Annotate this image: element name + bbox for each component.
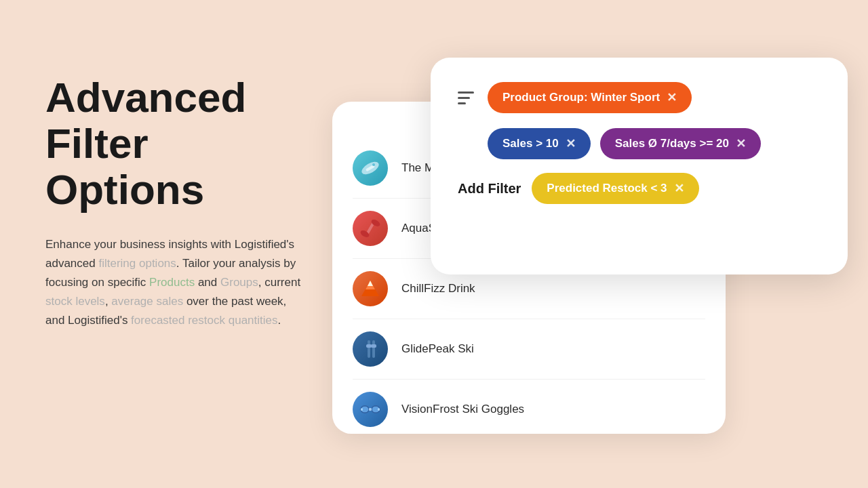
svg-point-2 bbox=[372, 163, 375, 166]
filtering-options-link[interactable]: filtering options bbox=[98, 257, 176, 270]
filter-card: Product Group: Winter Sport ✕ Sales > 10… bbox=[431, 58, 848, 274]
filter-lines-icon[interactable] bbox=[458, 92, 474, 104]
svg-rect-9 bbox=[368, 340, 370, 358]
average-sales-link[interactable]: average sales bbox=[111, 295, 183, 308]
groups-link[interactable]: Groups bbox=[220, 276, 258, 289]
description-text: Enhance your business insights with Logi… bbox=[45, 235, 303, 330]
product-name: VisionFrost Ski Goggles bbox=[401, 403, 524, 416]
products-link[interactable]: Products bbox=[149, 276, 195, 289]
tag-restock[interactable]: Predicted Restock < 3 ✕ bbox=[532, 173, 698, 204]
svg-marker-8 bbox=[368, 281, 373, 286]
svg-rect-15 bbox=[369, 408, 372, 411]
left-section: Advanced Filter Options Enhance your bus… bbox=[45, 75, 303, 330]
svg-rect-17 bbox=[378, 408, 380, 411]
tag-restock-label: Predicted Restock < 3 bbox=[547, 182, 667, 195]
svg-rect-11 bbox=[366, 344, 372, 348]
tag-sales-10-label: Sales > 10 bbox=[502, 137, 559, 150]
product-icon-aqua bbox=[353, 211, 388, 246]
forecasted-restock-link[interactable]: forecasted restock quantities bbox=[131, 314, 277, 327]
tag-sales-20[interactable]: Sales Ø 7/days >= 20 ✕ bbox=[600, 128, 761, 159]
add-filter-label: Add Filter bbox=[458, 181, 521, 197]
svg-rect-16 bbox=[361, 408, 363, 411]
stock-levels-link[interactable]: stock levels bbox=[45, 295, 105, 308]
tag-sales-20-label: Sales Ø 7/days >= 20 bbox=[615, 137, 729, 150]
filter-tags-row2: Sales > 10 ✕ Sales Ø 7/days >= 20 ✕ bbox=[488, 128, 821, 159]
tag-winter-sport-label: Product Group: Winter Sport bbox=[502, 91, 660, 104]
add-filter-row: Add Filter Predicted Restock < 3 ✕ bbox=[458, 173, 821, 204]
tag-sales-10-close[interactable]: ✕ bbox=[566, 136, 576, 151]
product-icon-vision bbox=[353, 392, 388, 427]
main-title: Advanced Filter Options bbox=[45, 75, 303, 214]
product-icon-glide bbox=[353, 331, 388, 367]
filter-header: Product Group: Winter Sport ✕ bbox=[458, 82, 821, 113]
svg-rect-10 bbox=[372, 340, 375, 358]
product-icon-chill bbox=[353, 271, 388, 306]
list-item[interactable]: VisionFrost Ski Goggles bbox=[353, 380, 705, 434]
product-name: GlidePeak Ski bbox=[401, 342, 474, 356]
tag-winter-sport[interactable]: Product Group: Winter Sport ✕ bbox=[488, 82, 692, 113]
tag-restock-close[interactable]: ✕ bbox=[674, 181, 684, 196]
product-icon-mint bbox=[353, 150, 388, 186]
tag-sales-20-close[interactable]: ✕ bbox=[736, 136, 746, 151]
list-item[interactable]: GlidePeak Ski bbox=[353, 319, 705, 380]
tag-winter-sport-close[interactable]: ✕ bbox=[667, 90, 677, 105]
product-name: ChillFizz Drink bbox=[401, 282, 475, 296]
svg-rect-12 bbox=[371, 344, 376, 348]
tag-sales-10[interactable]: Sales > 10 ✕ bbox=[488, 128, 591, 159]
